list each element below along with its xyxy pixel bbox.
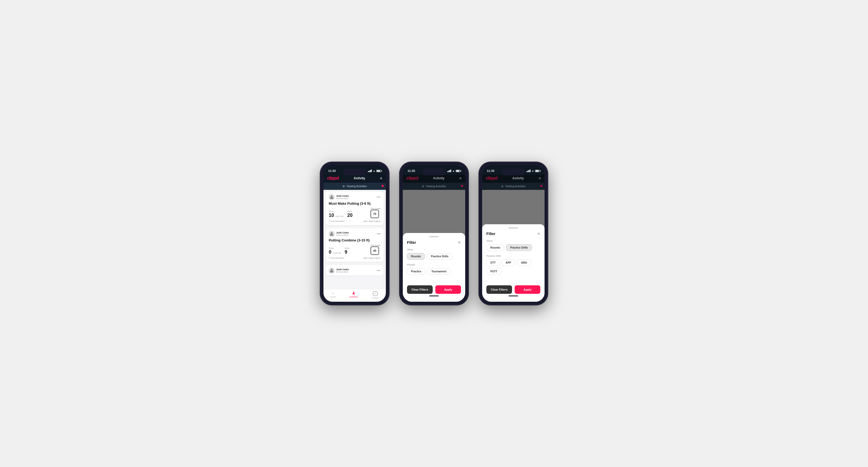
chip-putt-3[interactable]: PUTT xyxy=(486,268,501,275)
card-user-1: Josh Coles 28 Feb 2023 xyxy=(329,194,349,200)
score-value-2: 0 xyxy=(329,249,331,255)
nav-capture-1[interactable]: + Capture xyxy=(372,291,379,299)
wifi-icon-1: ▲ xyxy=(373,169,375,172)
stats-row-2: Score 0 OUT OF Shots 9 Shot Quality xyxy=(329,244,380,255)
chip-rounds-2[interactable]: Rounds xyxy=(407,253,425,260)
svg-point-1 xyxy=(331,232,333,234)
header-title-1: Activity xyxy=(353,176,365,180)
filter-buttons-2: Clear Filters Apply xyxy=(407,285,461,294)
close-button-3[interactable]: ✕ xyxy=(537,232,540,236)
shots-group-2: Shots 9 xyxy=(345,247,349,255)
filter-icon-3: ⚙ xyxy=(501,185,503,188)
wifi-icon-2: ▲ xyxy=(452,169,455,172)
battery-icon-1 xyxy=(376,170,381,172)
menu-icon-1[interactable]: ≡ xyxy=(380,176,382,180)
nav-activities-label-1: Activities xyxy=(350,295,358,298)
rounds-label-2: Rounds xyxy=(407,263,461,266)
viewing-dot-2 xyxy=(461,185,463,187)
filter-header-2: Filter ✕ xyxy=(407,240,461,245)
chip-tournament-2[interactable]: Tournament xyxy=(427,268,451,275)
logo-1: clippd xyxy=(327,176,339,181)
signal-bars-2 xyxy=(447,169,451,172)
user-name-2: Josh Coles xyxy=(336,231,349,234)
menu-icon-2: ≡ xyxy=(459,176,462,180)
filter-overlay-2: Filter ✕ Show Rounds Practice Drills Rou… xyxy=(403,190,465,302)
nav-home-1[interactable]: ⌂ Home xyxy=(330,291,336,299)
activity-card-3: Josh Coles 28 Feb 2023 ••• xyxy=(326,265,384,276)
activity-title-2: Putting Combine (3-15 ft) xyxy=(329,238,380,242)
status-icons-3: ▲ xyxy=(527,169,540,172)
status-time-2: 11:33 xyxy=(408,169,415,173)
shots-value-2: 9 xyxy=(345,249,347,255)
clear-filters-button-2[interactable]: Clear Filters xyxy=(407,285,433,294)
phone-notch-2 xyxy=(422,168,446,175)
phone-notch-3 xyxy=(501,168,525,175)
data-source-1: Data: Clippd Capture xyxy=(363,220,380,222)
score-label-2: Score xyxy=(329,247,341,249)
close-button-2[interactable]: ✕ xyxy=(458,240,461,245)
more-dots-3[interactable]: ••• xyxy=(377,269,380,273)
card-header-3: Josh Coles 28 Feb 2023 ••• xyxy=(329,268,380,274)
filter-sheet-3: Filter ✕ Show Rounds Practice Drills Pra… xyxy=(482,224,545,302)
quality-label-1: Shot Quality xyxy=(371,208,380,210)
filter-title-2: Filter xyxy=(407,240,416,245)
phone-2: 11:33 ▲ clippd Activity xyxy=(400,162,468,305)
status-time-3: 11:33 xyxy=(487,169,494,173)
rounds-chips-2: Practice Tournament xyxy=(407,268,461,275)
filter-icon-1: ⚙ xyxy=(342,185,345,188)
filter-overlay-3: Filter ✕ Show Rounds Practice Drills Pra… xyxy=(482,190,545,302)
apply-button-2[interactable]: Apply xyxy=(435,285,461,294)
filter-title-3: Filter xyxy=(486,232,495,236)
score-label-1: Score xyxy=(329,211,344,212)
activity-card-2: Josh Coles 28 Feb 2023 ••• Putting Combi… xyxy=(326,228,384,262)
signal-bar-4 xyxy=(371,169,372,172)
shots-label-2: Shots xyxy=(345,247,349,249)
status-icons-2: ▲ xyxy=(447,169,460,172)
chip-ott-3[interactable]: OTT xyxy=(486,259,500,266)
card-user-3: Josh Coles 28 Feb 2023 xyxy=(329,268,349,274)
quality-badge-2: 45 xyxy=(371,246,379,255)
chip-practice-2[interactable]: Practice xyxy=(407,268,425,275)
nav-activities-1[interactable]: ♟ Activities xyxy=(350,291,358,299)
status-icons-1: ▲ xyxy=(368,169,381,172)
phone-notch xyxy=(343,168,367,175)
quality-badge-1: 75 xyxy=(371,210,379,218)
card-footer-2: ⓘ Test Information Data: Clippd Capture xyxy=(329,256,380,259)
stats-row-1: Score 10 OUT OF Shots 20 Shot Quality xyxy=(329,208,380,218)
quality-group-1: Shot Quality 75 xyxy=(371,208,380,218)
chip-practice-drills-3[interactable]: Practice Drills xyxy=(506,244,532,251)
content-3: Filter ✕ Show Rounds Practice Drills Pra… xyxy=(482,190,545,302)
more-dots-2[interactable]: ••• xyxy=(377,232,380,236)
phones-container: 11:33 ▲ clippd Activity xyxy=(320,162,548,305)
activity-title-1: Must Make Putting (3-6 ft) xyxy=(329,201,380,206)
filter-handle-3 xyxy=(508,227,518,228)
more-dots-1[interactable]: ••• xyxy=(377,195,380,199)
chip-rounds-3[interactable]: Rounds xyxy=(486,244,504,251)
user-name-1: Josh Coles xyxy=(336,195,349,197)
bottom-handle-2 xyxy=(429,295,439,297)
user-date-3: 28 Feb 2023 xyxy=(336,271,349,273)
test-info-1: ⓘ Test Information xyxy=(329,220,344,222)
app-header-3: clippd Activity ≡ xyxy=(482,175,545,183)
apply-button-3[interactable]: Apply xyxy=(515,285,540,294)
viewing-bar-1[interactable]: ⚙ Viewing Activities xyxy=(323,183,386,190)
viewing-bar-2: ⚙ Viewing Activities xyxy=(403,183,465,190)
signal-bar-3 xyxy=(370,170,371,172)
svg-point-2 xyxy=(331,269,333,271)
phone-1: 11:33 ▲ clippd Activity xyxy=(320,162,389,305)
chip-app-3[interactable]: APP xyxy=(502,259,515,266)
shots-label-1: Shots xyxy=(347,211,352,212)
signal-bars-1 xyxy=(368,169,372,172)
shots-group-1: Shots 20 xyxy=(347,211,352,218)
filter-header-3: Filter ✕ xyxy=(486,232,540,236)
viewing-bar-3: ⚙ Viewing Activities xyxy=(482,183,545,190)
nav-home-label-1: Home xyxy=(330,295,336,298)
chip-practice-drills-2[interactable]: Practice Drills xyxy=(427,253,453,260)
show-chips-3: Rounds Practice Drills xyxy=(486,244,540,251)
user-info-1: Josh Coles 28 Feb 2023 xyxy=(336,195,349,200)
user-date-2: 28 Feb 2023 xyxy=(336,234,349,237)
filter-buttons-3: Clear Filters Apply xyxy=(486,285,540,294)
chip-arg-3[interactable]: ARG xyxy=(517,259,531,266)
clear-filters-button-3[interactable]: Clear Filters xyxy=(486,285,512,294)
app-header-1: clippd Activity ≡ xyxy=(323,175,386,183)
